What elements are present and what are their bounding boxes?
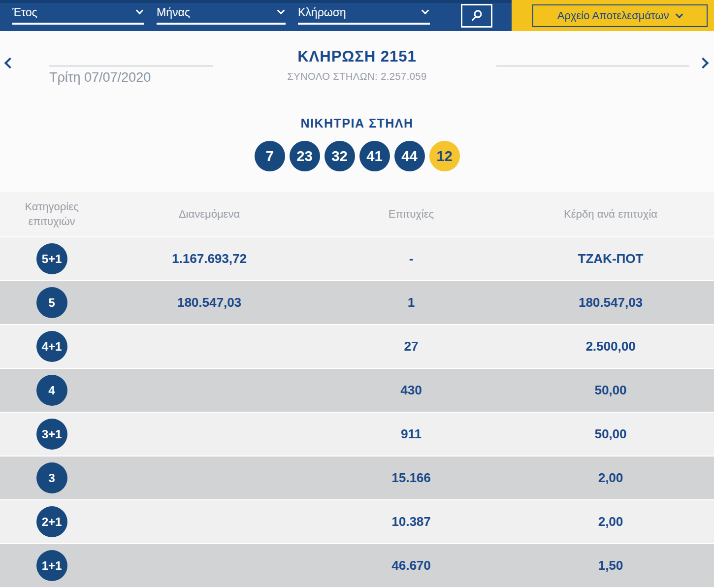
winning-numbers: 7 23 32 41 44 12	[0, 141, 714, 171]
distributed-value: 180.547,03	[103, 295, 315, 310]
table-row: 3 15.166 2,00	[0, 456, 714, 499]
category-ball: 3	[36, 462, 67, 493]
month-dropdown[interactable]: Μήνας	[157, 6, 286, 25]
divider-line	[496, 65, 689, 66]
winners-value: 15.166	[315, 470, 507, 486]
search-icon	[470, 9, 484, 23]
category-ball: 4	[36, 375, 67, 406]
header-distributed: Διανεμόμενα	[103, 208, 315, 221]
winners-value: 46.670	[315, 558, 507, 573]
winners-value: 1	[315, 295, 507, 310]
chevron-down-icon	[277, 7, 285, 15]
prize-table: Κατηγορίες επιτυχιών Διανεμόμενα Επιτυχί…	[0, 192, 714, 587]
total-columns-subtitle: ΣΥΝΟΛΟ ΣΤΗΛΩΝ: 2.257.059	[0, 71, 714, 82]
winning-number-ball: 7	[255, 141, 285, 171]
joker-number-ball: 12	[429, 141, 460, 171]
table-row: 5+1 1.167.693,72 - ΤΖΑΚ-ΠΟΤ	[0, 236, 714, 280]
distributed-value: 1.167.693,72	[103, 251, 315, 266]
table-row: 3+1 911 50,00	[0, 412, 714, 456]
winning-column-section: ΝΙΚΗΤΡΙΑ ΣΤΗΛΗ 7 23 32 41 44 12	[0, 103, 714, 192]
year-dropdown-label: Έτος	[12, 6, 37, 19]
header-category: Κατηγορίες επιτυχιών	[15, 199, 89, 229]
search-button[interactable]	[461, 4, 492, 28]
divider-line	[49, 65, 213, 66]
draw-navigation-header: Τρίτη 07/07/2020 ΚΛΗΡΩΣΗ 2151 ΣΥΝΟΛΟ ΣΤΗ…	[0, 31, 714, 103]
winners-value: -	[315, 251, 507, 266]
winning-number-ball: 44	[394, 141, 425, 171]
chevron-down-icon	[422, 7, 429, 15]
archive-results-button[interactable]: Αρχείο Αποτελεσμάτων	[532, 4, 708, 27]
category-ball: 3+1	[36, 419, 67, 450]
draw-dropdown-label: Κλήρωση	[298, 6, 346, 19]
month-dropdown-label: Μήνας	[157, 6, 190, 19]
winners-value: 911	[315, 426, 507, 442]
winners-value: 430	[315, 383, 507, 398]
category-ball: 4+1	[36, 331, 67, 362]
winners-value: 10.387	[315, 514, 507, 529]
prize-value: 2.500,00	[507, 339, 714, 354]
category-ball: 1+1	[36, 550, 67, 581]
chevron-down-icon	[136, 7, 144, 15]
filter-topbar: Έτος Μήνας Κλήρωση Αρχείο Αποτελεσμάτων	[0, 0, 714, 31]
winners-value: 27	[315, 339, 507, 354]
archive-panel: Αρχείο Αποτελεσμάτων	[512, 0, 714, 31]
draw-title: ΚΛΗΡΩΣΗ 2151	[0, 48, 714, 65]
year-dropdown[interactable]: Έτος	[12, 6, 144, 25]
draw-dropdown[interactable]: Κλήρωση	[298, 6, 430, 25]
winning-number-ball: 41	[359, 141, 390, 171]
winning-number-ball: 23	[290, 141, 320, 171]
category-ball: 5+1	[36, 243, 67, 274]
prize-value: 2,00	[507, 470, 714, 486]
prize-value: 50,00	[507, 383, 714, 398]
table-row: 2+1 10.387 2,00	[0, 499, 714, 543]
table-row: 1+1 46.670 1,50	[0, 543, 714, 587]
table-row: 5 180.547,03 1 180.547,03	[0, 280, 714, 324]
category-ball: 2+1	[36, 506, 67, 537]
chevron-down-icon	[676, 11, 683, 19]
header-prize: Κέρδη ανά επιτυχία	[507, 208, 714, 221]
category-ball: 5	[36, 287, 67, 318]
prize-value: ΤΖΑΚ-ΠΟΤ	[507, 251, 714, 266]
prize-value: 1,50	[507, 558, 714, 573]
prize-table-header: Κατηγορίες επιτυχιών Διανεμόμενα Επιτυχί…	[0, 192, 714, 236]
archive-results-label: Αρχείο Αποτελεσμάτων	[557, 9, 669, 22]
winning-column-title: ΝΙΚΗΤΡΙΑ ΣΤΗΛΗ	[0, 103, 714, 131]
table-row: 4 430 50,00	[0, 368, 714, 412]
table-row: 4+1 27 2.500,00	[0, 324, 714, 368]
prize-value: 180.547,03	[507, 295, 714, 310]
prize-value: 50,00	[507, 426, 714, 442]
header-winners: Επιτυχίες	[315, 208, 507, 221]
winning-number-ball: 32	[325, 141, 355, 171]
prize-value: 2,00	[507, 514, 714, 529]
